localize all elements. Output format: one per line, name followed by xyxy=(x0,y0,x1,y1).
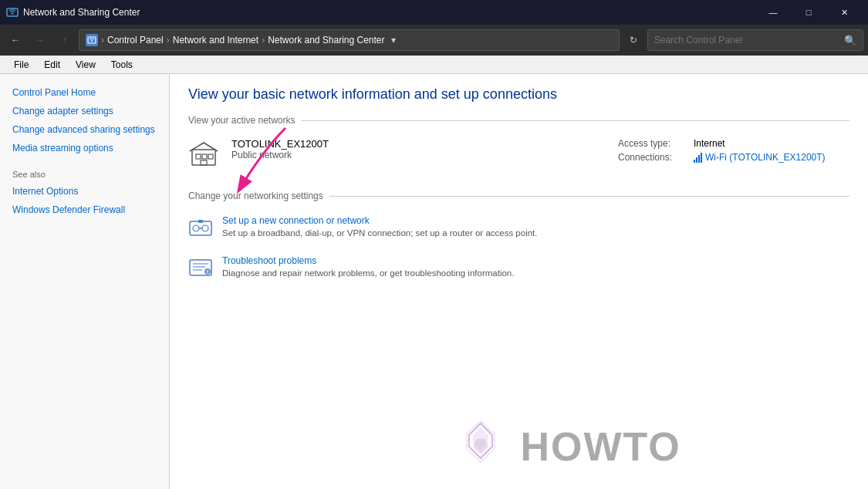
new-connection-content: Set up a new connection or network Set u… xyxy=(222,215,538,238)
change-settings-label: Change your networking settings xyxy=(188,191,323,201)
svg-point-10 xyxy=(193,225,199,231)
svg-rect-5 xyxy=(196,154,201,159)
up-button[interactable]: ↑ xyxy=(54,29,76,51)
back-button[interactable]: ← xyxy=(5,29,26,51)
addressbar: ← → ↑ › Control Panel › Network and Inte… xyxy=(0,25,868,56)
section-divider xyxy=(302,120,849,121)
active-networks-header: View your active networks xyxy=(188,115,849,126)
watermark: HOWTO xyxy=(449,420,681,474)
menu-view[interactable]: View xyxy=(68,58,103,72)
settings-section: Change your networking settings Set up a… xyxy=(188,191,849,288)
connections-link[interactable]: Wi-Fi (TOTOLINK_EX1200T) xyxy=(705,152,826,163)
menu-file[interactable]: File xyxy=(6,58,36,72)
sidebar-change-advanced[interactable]: Change advanced sharing settings xyxy=(0,120,169,139)
svg-point-1 xyxy=(12,12,13,14)
network-meta: Access type: Internet Connections: Wi-Fi… xyxy=(618,138,849,163)
svg-point-20 xyxy=(207,272,208,273)
sidebar: Control Panel Home Change adapter settin… xyxy=(0,74,170,489)
active-networks-label: View your active networks xyxy=(188,115,296,126)
settings-section-divider xyxy=(329,196,849,197)
close-button[interactable]: ✕ xyxy=(826,0,862,25)
network-details: TOTOLINK_EX1200T Public network xyxy=(231,138,606,160)
svg-point-3 xyxy=(91,40,93,42)
connections-label: Connections: xyxy=(618,152,687,163)
sidebar-control-panel-home[interactable]: Control Panel Home xyxy=(0,83,169,102)
window-controls: — □ ✕ xyxy=(755,0,862,25)
window-title: Network and Sharing Center xyxy=(23,7,755,18)
troubleshoot-desc: Diagnose and repair network problems, or… xyxy=(222,268,514,278)
svg-rect-13 xyxy=(198,220,203,223)
main-layout: Control Panel Home Change adapter settin… xyxy=(0,74,868,489)
titlebar: Network and Sharing Center — □ ✕ xyxy=(0,0,868,25)
troubleshoot-content: Troubleshoot problems Diagnose and repai… xyxy=(222,255,514,278)
troubleshoot-icon xyxy=(188,255,213,280)
howto-logo xyxy=(449,420,511,474)
connections-value-container: Wi-Fi (TOTOLINK_EX1200T) xyxy=(694,152,826,163)
svg-rect-8 xyxy=(201,160,207,165)
change-settings-header: Change your networking settings xyxy=(188,191,849,201)
menu-edit[interactable]: Edit xyxy=(36,58,68,72)
network-type-icon xyxy=(188,138,219,169)
minimize-button[interactable]: — xyxy=(755,0,791,25)
sidebar-windows-firewall[interactable]: Windows Defender Firewall xyxy=(12,201,157,219)
path-sep-3: › xyxy=(262,35,265,46)
sidebar-see-also: See also Internet Options Windows Defend… xyxy=(0,170,169,219)
settings-item-new-connection: Set up a new connection or network Set u… xyxy=(188,207,849,248)
network-name: TOTOLINK_EX1200T xyxy=(231,138,606,150)
svg-point-11 xyxy=(202,225,208,231)
path-sep-1: › xyxy=(101,35,104,46)
refresh-button[interactable]: ↻ xyxy=(623,29,644,51)
access-type-row: Access type: Internet xyxy=(618,138,849,149)
search-box: 🔍 xyxy=(647,29,863,51)
settings-item-troubleshoot: Troubleshoot problems Diagnose and repai… xyxy=(188,248,849,288)
new-connection-desc: Set up a broadband, dial-up, or VPN conn… xyxy=(222,228,538,238)
path-sep-2: › xyxy=(167,35,170,46)
network-type: Public network xyxy=(231,150,606,160)
svg-rect-7 xyxy=(208,154,213,159)
menu-tools[interactable]: Tools xyxy=(103,58,140,72)
wifi-icon xyxy=(694,153,702,163)
see-also-title: See also xyxy=(12,170,157,179)
sidebar-internet-options[interactable]: Internet Options xyxy=(12,182,157,201)
address-path[interactable]: › Control Panel › Network and Internet ›… xyxy=(79,29,620,51)
search-input[interactable] xyxy=(654,35,844,46)
page-title: View your basic network information and … xyxy=(188,86,849,103)
svg-rect-6 xyxy=(202,154,207,159)
forward-button[interactable]: → xyxy=(29,29,51,51)
new-connection-icon xyxy=(188,215,213,240)
new-connection-link[interactable]: Set up a new connection or network xyxy=(222,215,538,226)
path-control-panel[interactable]: Control Panel xyxy=(107,35,164,46)
network-row: TOTOLINK_EX1200T Public network Access t… xyxy=(188,132,849,175)
access-type-value: Internet xyxy=(694,138,725,149)
path-sharing-center[interactable]: Network and Sharing Center xyxy=(268,35,384,46)
path-network-internet[interactable]: Network and Internet xyxy=(173,35,258,46)
maximize-button[interactable]: □ xyxy=(791,0,826,25)
search-icon[interactable]: 🔍 xyxy=(844,35,856,46)
troubleshoot-link[interactable]: Troubleshoot problems xyxy=(222,255,514,266)
watermark-text: HOWTO xyxy=(520,423,681,470)
path-root-icon xyxy=(86,34,98,46)
connections-row: Connections: Wi-Fi (TOTOLINK_EX1200T) xyxy=(618,152,849,163)
app-icon xyxy=(6,6,19,19)
sidebar-change-adapter[interactable]: Change adapter settings xyxy=(0,102,169,120)
sidebar-media-streaming[interactable]: Media streaming options xyxy=(0,139,169,157)
access-type-label: Access type: xyxy=(618,138,687,149)
address-dropdown[interactable]: ▾ xyxy=(391,35,396,46)
menubar: File Edit View Tools xyxy=(0,56,868,74)
content-area: View your basic network information and … xyxy=(170,74,868,489)
